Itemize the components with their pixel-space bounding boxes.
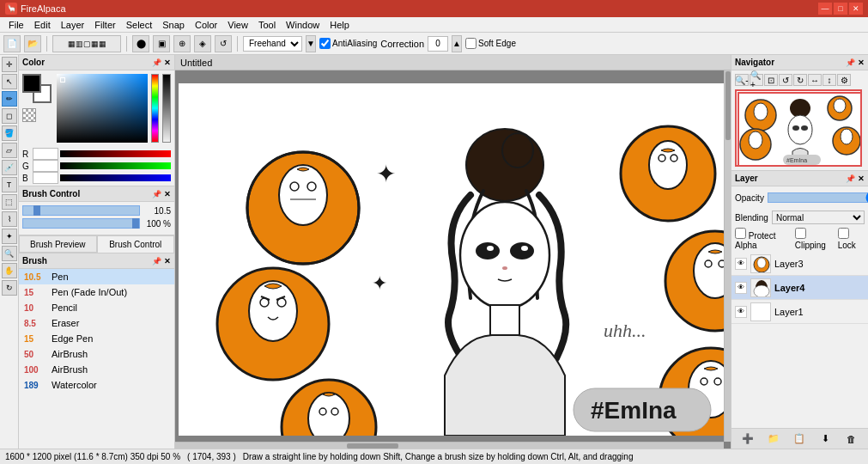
tool-icon-3[interactable]: ⊕ (173, 35, 191, 52)
transparent-swatch[interactable] (22, 108, 36, 122)
tool-move[interactable]: ✛ (2, 57, 17, 72)
nav-zoom-in[interactable]: 🔍+ (750, 74, 763, 86)
list-item[interactable]: 10.5 Pen (19, 269, 174, 284)
g-gradient[interactable] (60, 162, 171, 169)
nav-settings[interactable]: ⚙ (837, 74, 851, 86)
brush-size-slider[interactable] (22, 205, 140, 216)
layer-item[interactable]: 👁 Layer1 (731, 300, 868, 324)
brush-mode-select[interactable]: Freehand (243, 36, 302, 52)
r-gradient[interactable] (60, 150, 171, 157)
menu-color[interactable]: Color (190, 19, 222, 31)
protect-alpha-checkbox[interactable] (735, 228, 746, 239)
canvas-container[interactable]: ✦ ✦ ✦ ✦ ✦ (175, 70, 731, 449)
layer-eye-icon[interactable]: 👁 (735, 258, 747, 270)
layer-panel-pin[interactable]: 📌 (846, 174, 855, 183)
tab-brush-control[interactable]: Brush Control (97, 235, 175, 253)
color-panel-close[interactable]: ✕ (164, 58, 171, 67)
vertical-scrollbar[interactable] (724, 70, 731, 442)
menu-file[interactable]: File (3, 19, 29, 31)
color-hue-slider[interactable] (151, 74, 160, 143)
nav-fit[interactable]: ⊡ (764, 74, 778, 86)
blending-select[interactable]: Normal (772, 211, 865, 224)
list-item[interactable]: 50 AirBrush (19, 346, 174, 362)
new-button[interactable]: 📄 (3, 35, 21, 52)
layer-item[interactable]: 👁 Layer3 (731, 252, 868, 276)
layer-eye-icon[interactable]: 👁 (735, 306, 747, 318)
brush-list-pin[interactable]: 📌 (152, 257, 161, 266)
menu-select[interactable]: Select (121, 19, 158, 31)
b-gradient[interactable] (60, 174, 171, 181)
correction-up[interactable]: ▲ (452, 35, 462, 52)
brush-control-pin[interactable]: 📌 (152, 190, 161, 198)
tab-brush-preview[interactable]: Brush Preview (19, 235, 97, 253)
nav-flip-v[interactable]: ↕ (822, 74, 836, 86)
tool-eyedropper[interactable]: 💉 (2, 160, 17, 175)
tool-eraser[interactable]: ◻ (2, 108, 17, 124)
nav-flip-h[interactable]: ↔ (808, 74, 822, 86)
menu-tool[interactable]: Tool (253, 19, 281, 31)
tool-text[interactable]: T (2, 177, 17, 192)
list-item[interactable]: 100 AirBrush (19, 362, 174, 377)
nav-zoom-out[interactable]: 🔍- (735, 74, 749, 86)
tool-pen[interactable]: ✏ (2, 91, 17, 107)
soft-edge-checkbox[interactable] (465, 38, 476, 49)
brush-shape-icon[interactable]: ⬤ (132, 35, 149, 52)
layer-delete-button[interactable]: 🗑 (843, 431, 860, 447)
layer-folder-button[interactable]: 📁 (765, 431, 782, 447)
layer-copy-button[interactable]: 📋 (791, 431, 808, 447)
brush-list-close[interactable]: ✕ (164, 257, 171, 266)
list-item[interactable]: 8.5 Eraser (19, 315, 174, 331)
maximize-button[interactable]: □ (834, 3, 847, 15)
tool-zoom[interactable]: 🔍 (2, 246, 17, 261)
list-item[interactable]: 10 Pencil (19, 300, 174, 315)
menu-filter[interactable]: Filter (89, 19, 120, 31)
list-item[interactable]: 15 Pen (Fade In/Out) (19, 284, 174, 300)
tool-select-lasso[interactable]: ⌇ (2, 211, 17, 227)
layer-panel-close[interactable]: ✕ (858, 174, 865, 183)
brush-control-close[interactable]: ✕ (164, 190, 171, 198)
navigator-close[interactable]: ✕ (858, 58, 865, 67)
close-button[interactable]: ✕ (849, 3, 863, 15)
list-item[interactable]: 189 Watercolor (19, 377, 174, 393)
nav-rotate-ccw[interactable]: ↺ (779, 74, 792, 86)
mode-btn[interactable]: ▼ (306, 35, 316, 52)
menu-snap[interactable]: Snap (157, 19, 190, 31)
color-panel-pin[interactable]: 📌 (152, 58, 161, 67)
v-scroll-thumb[interactable] (725, 71, 731, 140)
menu-help[interactable]: Help (325, 19, 355, 31)
color-alpha-slider[interactable] (162, 74, 171, 143)
layer-eye-icon[interactable]: 👁 (735, 282, 747, 294)
tool-fill[interactable]: 🪣 (2, 125, 17, 141)
tool-rotate[interactable]: ↻ (2, 280, 17, 296)
b-input[interactable]: 0 (33, 172, 58, 184)
antialiasing-checkbox[interactable] (319, 38, 331, 49)
minimize-button[interactable]: — (818, 3, 832, 15)
nav-rotate-cw[interactable]: ↻ (793, 74, 807, 86)
tool-shape[interactable]: ▱ (2, 143, 17, 158)
tool-select-rect[interactable]: ⬚ (2, 194, 17, 210)
tool-hand[interactable]: ✋ (2, 263, 17, 278)
tool-select-arrow[interactable]: ↖ (2, 74, 17, 89)
r-input[interactable]: 0 (33, 148, 58, 160)
navigator-pin[interactable]: 📌 (846, 58, 855, 67)
brush-modes-icon[interactable]: ▦▥▢▦▦ (52, 35, 121, 52)
h-scroll-thumb[interactable] (347, 443, 398, 449)
menu-window[interactable]: Window (281, 19, 325, 31)
list-item[interactable]: 15 Edge Pen (19, 331, 174, 346)
color-picker[interactable] (57, 74, 148, 143)
open-button[interactable]: 📂 (24, 35, 41, 52)
tool-icon-2[interactable]: ▣ (153, 35, 170, 52)
menu-view[interactable]: View (222, 19, 253, 31)
clipping-checkbox[interactable] (795, 228, 806, 239)
menu-edit[interactable]: Edit (29, 19, 56, 31)
horizontal-scrollbar[interactable] (175, 442, 724, 449)
opacity-slider[interactable] (768, 192, 868, 203)
layer-merge-button[interactable]: ⬇ (817, 431, 835, 447)
tool-icon-4[interactable]: ◈ (194, 35, 211, 52)
drawing-canvas[interactable]: ✦ ✦ ✦ ✦ ✦ (179, 83, 728, 436)
nav-thumbnail[interactable]: #EmIna (735, 89, 862, 167)
tool-select-magic[interactable]: ✦ (2, 229, 17, 244)
layer-item[interactable]: 👁 Layer4 (731, 276, 868, 300)
g-input[interactable]: 0 (33, 160, 58, 172)
menu-layer[interactable]: Layer (56, 19, 90, 31)
